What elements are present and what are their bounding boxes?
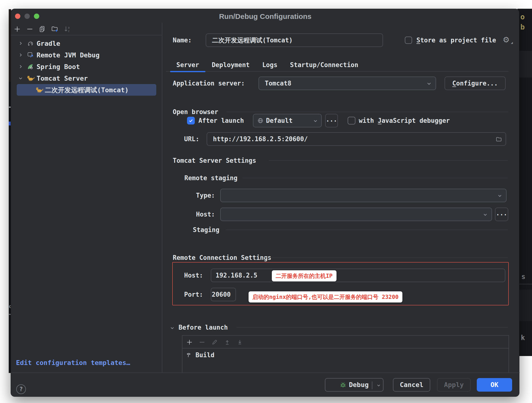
- tab-bar: Server Deployment Logs Startup/Connectio…: [170, 58, 365, 71]
- staging-host-select[interactable]: [220, 208, 492, 221]
- tomcat-server-settings-header: Tomcat Server Settings: [173, 157, 256, 164]
- apply-label: Apply: [444, 381, 464, 389]
- sidebar-item-selected-configuration[interactable]: 二次开发远程调试(Tomcat): [11, 84, 162, 96]
- store-settings-gear-icon[interactable]: ⚙◢: [503, 35, 512, 45]
- backdrop-right-strip: o b s k: [517, 9, 532, 356]
- tab-deployment[interactable]: Deployment: [205, 58, 256, 71]
- backdrop-right-letter-k: k: [521, 334, 525, 342]
- configure-button[interactable]: Configure...: [445, 77, 506, 90]
- move-task-up-button[interactable]: [224, 339, 231, 346]
- configure-mnemonic: C: [452, 80, 456, 87]
- chevron-right-icon[interactable]: [18, 61, 23, 72]
- before-launch-header[interactable]: Before launch: [179, 324, 228, 331]
- cancel-button[interactable]: Cancel: [393, 378, 430, 392]
- sort-configurations-button[interactable]: a z: [63, 25, 71, 33]
- before-launch-chevron-down-icon[interactable]: [169, 325, 176, 331]
- connection-host-input[interactable]: 192.168.2.5: [211, 269, 505, 282]
- tab-startup-connection[interactable]: Startup/Connection: [284, 58, 365, 71]
- copy-configuration-button[interactable]: [38, 25, 46, 33]
- help-button[interactable]: ?: [16, 384, 26, 394]
- connection-port-input[interactable]: 20600: [211, 288, 236, 301]
- edit-task-button[interactable]: [211, 339, 218, 346]
- apply-button[interactable]: Apply: [437, 378, 471, 392]
- staging-subheader-line: [226, 230, 508, 230]
- name-input[interactable]: 二次开发远程调试(Tomcat): [206, 33, 383, 47]
- ok-button[interactable]: OK: [477, 378, 512, 392]
- before-launch-toolbar: [182, 336, 509, 349]
- add-icon: [14, 26, 21, 32]
- javascript-debugger-label[interactable]: with JavaScript debugger: [359, 117, 450, 124]
- gear-corner-triangle: ◢: [511, 41, 513, 44]
- browser-value: Default: [266, 117, 293, 124]
- remote-jvm-debug-icon: [26, 49, 34, 61]
- remote-staging-line: [243, 178, 508, 178]
- tab-server[interactable]: Server: [170, 58, 205, 71]
- checkmark-icon: [188, 118, 194, 123]
- folder-icon[interactable]: [495, 136, 502, 143]
- sidebar-item-spring-boot[interactable]: Spring Boot: [11, 61, 162, 72]
- store-as-project-file-checkbox[interactable]: [405, 37, 412, 44]
- host-annotation-text: 二开服务所在的主机IP: [276, 272, 333, 280]
- new-folder-button[interactable]: [51, 25, 59, 33]
- copy-icon: [39, 26, 46, 32]
- chevron-down-icon: [426, 80, 432, 87]
- tab-label: Deployment: [212, 61, 250, 69]
- sidebar-item-tomcat-server[interactable]: Tomcat Server: [11, 72, 162, 84]
- add-task-button[interactable]: [186, 339, 193, 346]
- after-launch-label[interactable]: After launch: [198, 117, 244, 124]
- spring-boot-leaf-icon: [26, 61, 34, 72]
- store-as-project-file-label[interactable]: Store as project file: [416, 36, 496, 44]
- build-task-label: Build: [196, 351, 214, 359]
- tab-label: Server: [176, 61, 199, 69]
- staging-type-select[interactable]: [220, 189, 507, 202]
- application-server-select[interactable]: Tomcat8: [258, 77, 436, 90]
- store-mnemonic: S: [416, 37, 420, 44]
- backdrop-right-letter-s: s: [521, 273, 525, 281]
- url-input[interactable]: http://192.168.2.5:20600/: [207, 132, 506, 146]
- browser-select[interactable]: Default: [253, 114, 322, 127]
- staging-host-more-button[interactable]: ...: [495, 208, 508, 221]
- backdrop-artifact: [517, 284, 532, 284]
- chevron-down-icon: [313, 118, 318, 124]
- dialog-titlebar[interactable]: Run/Debug Configurations: [11, 9, 520, 23]
- application-server-label: Application server:: [173, 79, 245, 87]
- globe-icon: [257, 117, 264, 124]
- new-folder-icon: [51, 25, 58, 33]
- remote-connection-settings-line: [264, 257, 508, 258]
- debug-split-button[interactable]: Debug: [325, 378, 383, 392]
- tomcat-cat-icon: [35, 84, 43, 96]
- add-configuration-button[interactable]: [13, 25, 21, 33]
- javascript-debugger-checkbox[interactable]: [348, 117, 355, 124]
- remove-task-button[interactable]: [198, 339, 206, 346]
- tab-logs[interactable]: Logs: [256, 58, 284, 71]
- configure-label: Configure...: [452, 79, 498, 87]
- backdrop-artifact: [517, 51, 532, 78]
- before-launch-line: [236, 327, 508, 328]
- chevron-right-icon[interactable]: [18, 49, 23, 61]
- cancel-label: Cancel: [400, 381, 423, 389]
- remove-icon: [26, 26, 33, 32]
- sidebar-toolbar-divider: [11, 35, 162, 35]
- js-prefix: with: [359, 117, 378, 124]
- port-annotation: 启动的nginx的端口号,也可以是二开服务的端口号 23200: [249, 291, 402, 302]
- connection-host-label: Host:: [184, 271, 203, 279]
- before-launch-task-build[interactable]: Build: [182, 349, 509, 361]
- browser-more-button[interactable]: ...: [325, 114, 338, 127]
- chevron-down-icon[interactable]: [18, 72, 23, 84]
- run-debug-configurations-dialog: Run/Debug Configurations a z: [11, 9, 519, 397]
- edit-configuration-templates-link[interactable]: Edit configuration templates…: [16, 359, 130, 367]
- remove-configuration-button[interactable]: [26, 25, 34, 33]
- sidebar-item-label: 二次开发远程调试(Tomcat): [45, 86, 129, 94]
- sidebar-item-label: Gradle: [37, 39, 60, 48]
- tomcat-server-settings-line: [269, 160, 508, 161]
- sidebar-item-label: Spring Boot: [37, 63, 80, 71]
- sidebar-item-label: Remote JVM Debug: [37, 51, 100, 59]
- chevron-right-icon[interactable]: [18, 38, 23, 49]
- after-launch-checkbox[interactable]: [187, 117, 195, 124]
- remove-icon: [199, 339, 205, 345]
- move-task-down-button[interactable]: [236, 339, 243, 346]
- sidebar-item-remote-jvm-debug[interactable]: Remote JVM Debug: [11, 49, 162, 61]
- sidebar-item-gradle[interactable]: Gradle: [11, 38, 162, 49]
- before-launch-panel: Build: [182, 335, 509, 373]
- debug-chevron-down-icon[interactable]: [374, 382, 383, 388]
